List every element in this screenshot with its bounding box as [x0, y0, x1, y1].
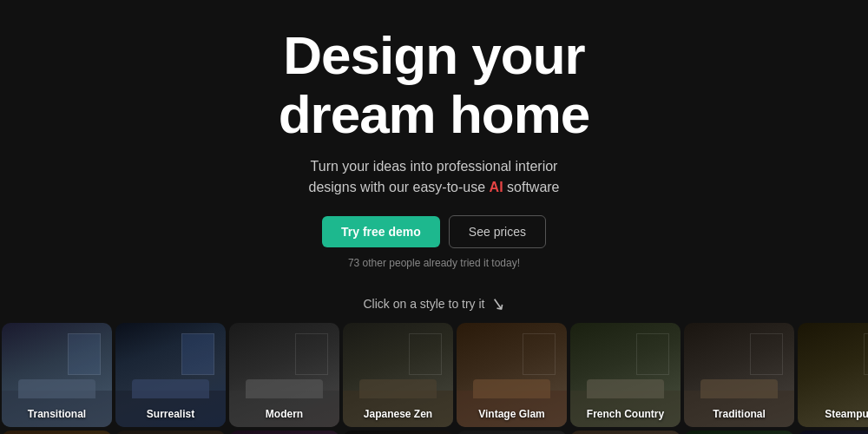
style-row-2: SouthwesternRusticMaximalistPost-Apocaly… — [0, 431, 868, 434]
style-card-modern[interactable]: Modern — [229, 323, 339, 427]
hero-subtitle: Turn your ideas into professional interi… — [308, 156, 559, 198]
style-card-french-country[interactable]: French Country — [570, 323, 681, 427]
style-card-shabby-chic[interactable]: Shabby Chic — [570, 431, 681, 434]
cta-buttons: Try free demo See prices — [322, 215, 546, 248]
style-card-label-traditional: Traditional — [684, 408, 794, 420]
style-card-steampunk[interactable]: Steampunk — [798, 323, 868, 427]
see-prices-button[interactable]: See prices — [449, 215, 546, 248]
style-card-biophilic[interactable]: Biophilic — [684, 431, 794, 434]
style-card-post-apocalyptic[interactable]: Post-Apocalyptic — [343, 431, 453, 434]
style-card-label-vintage-glam: Vintage Glam — [457, 408, 567, 420]
style-card-label-french-country: French Country — [570, 408, 681, 420]
hero-section: Design your dream home Turn your ideas i… — [0, 0, 868, 269]
style-card-futuristic[interactable]: Futuristic — [798, 431, 868, 434]
style-card-maximalist[interactable]: Maximalist — [229, 431, 339, 434]
style-card-label-steampunk: Steampunk — [798, 408, 868, 420]
style-card-southwestern[interactable]: Southwestern — [2, 431, 112, 434]
style-row-1: TransitionalSurrealistModernJapanese Zen… — [0, 323, 868, 427]
styles-section: Click on a style to try it ↙ Transitiona… — [0, 293, 868, 434]
try-demo-button[interactable]: Try free demo — [322, 216, 440, 247]
ai-badge: AI — [490, 180, 503, 194]
style-card-japanese-zen[interactable]: Japanese Zen — [343, 323, 453, 427]
style-card-label-modern: Modern — [229, 408, 339, 420]
style-card-industrial[interactable]: Industrial — [457, 431, 567, 434]
hero-title: Design your dream home — [279, 26, 590, 144]
style-card-traditional[interactable]: Traditional — [684, 323, 794, 427]
style-rows-container: TransitionalSurrealistModernJapanese Zen… — [0, 323, 868, 434]
style-card-transitional[interactable]: Transitional — [2, 323, 112, 427]
style-card-vintage-glam[interactable]: Vintage Glam — [457, 323, 567, 427]
style-card-label-japanese-zen: Japanese Zen — [343, 408, 453, 420]
style-card-label-surrealist: Surrealist — [115, 408, 226, 420]
style-card-rustic[interactable]: Rustic — [115, 431, 226, 434]
social-proof: 73 other people already tried it today! — [348, 257, 520, 269]
style-card-label-transitional: Transitional — [2, 408, 112, 420]
style-card-surrealist[interactable]: Surrealist — [115, 323, 226, 427]
click-hint: Click on a style to try it ↙ — [0, 293, 868, 314]
arrow-hint-icon: ↙ — [489, 293, 507, 316]
